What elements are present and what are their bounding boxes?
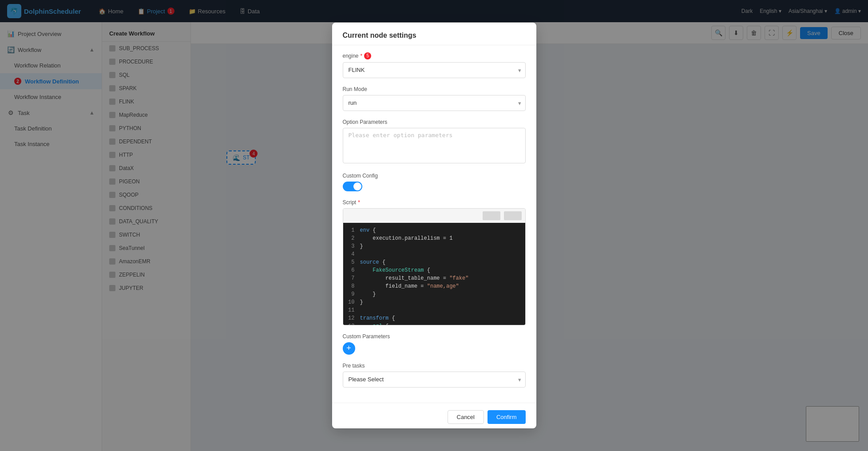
option-params-input[interactable]	[343, 128, 526, 163]
engine-label: engine * 5	[343, 52, 526, 59]
cancel-button[interactable]: Cancel	[448, 410, 484, 424]
engine-select[interactable]: FLINK SPARK HIVE	[343, 62, 526, 78]
option-params-label: Option Parameters	[343, 119, 526, 125]
line-numbers: 1234567891011121314151617	[347, 226, 360, 321]
script-label: Script *	[343, 199, 526, 206]
run-mode-select[interactable]: run run-application	[343, 95, 526, 111]
modal-footer: Cancel Confirm	[332, 403, 536, 428]
custom-params-label: Custom Parameters	[343, 333, 526, 340]
engine-required: *	[361, 53, 363, 59]
option-params-group: Option Parameters	[343, 119, 526, 165]
engine-group: engine * 5 FLINK SPARK HIVE	[343, 52, 526, 78]
code-editor-body[interactable]: 1234567891011121314151617 env { executio…	[343, 223, 525, 325]
modal-title: Current node settings	[332, 23, 536, 45]
toggle-knob	[353, 182, 361, 190]
modal-overlay[interactable]: Current node settings engine * 5 FLINK S…	[0, 0, 868, 451]
custom-config-group: Custom Config	[343, 173, 526, 191]
confirm-button[interactable]: Confirm	[488, 410, 526, 424]
run-mode-select-wrap: run run-application	[343, 95, 526, 111]
custom-params-group: Custom Parameters +	[343, 333, 526, 355]
code-editor-header	[343, 209, 525, 223]
pre-tasks-select-wrap: Please Select	[343, 372, 526, 388]
custom-config-label: Custom Config	[343, 173, 526, 179]
code-content: env { execution.parallelism = 1} source …	[360, 226, 522, 321]
engine-badge: 5	[364, 52, 371, 59]
custom-config-toggle[interactable]	[343, 182, 362, 191]
add-param-button[interactable]: +	[343, 342, 355, 355]
modal-body: engine * 5 FLINK SPARK HIVE Run Mode	[332, 45, 536, 403]
modal: Current node settings engine * 5 FLINK S…	[332, 23, 536, 428]
script-required: *	[358, 199, 360, 206]
run-mode-label: Run Mode	[343, 86, 526, 92]
pre-tasks-label: Pre tasks	[343, 363, 526, 369]
engine-select-wrap: FLINK SPARK HIVE	[343, 62, 526, 78]
pre-tasks-select[interactable]: Please Select	[343, 372, 526, 388]
pre-tasks-group: Pre tasks Please Select	[343, 363, 526, 388]
code-editor: 1234567891011121314151617 env { executio…	[343, 208, 526, 325]
script-group: Script * 1234567891011121314151617 env {…	[343, 199, 526, 325]
run-mode-group: Run Mode run run-application	[343, 86, 526, 111]
